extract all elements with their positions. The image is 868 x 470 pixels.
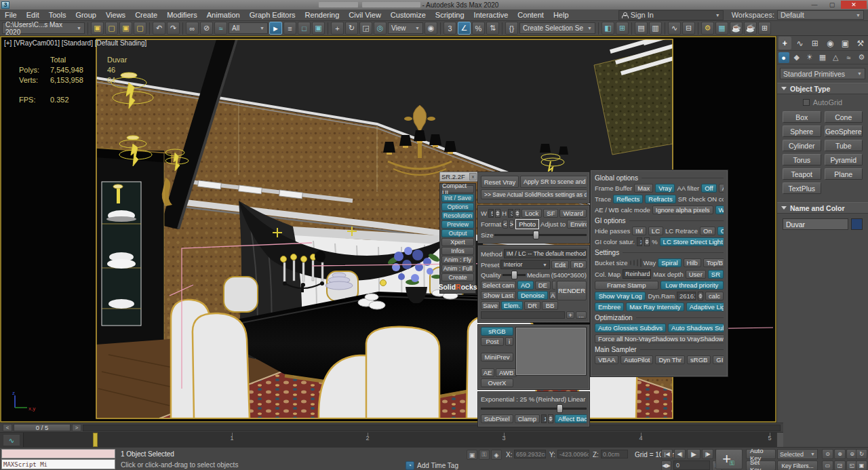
bb-button[interactable]: BB bbox=[542, 301, 558, 310]
select-by-name-icon[interactable]: ≡ bbox=[283, 22, 296, 35]
rd-button[interactable]: RD bbox=[570, 260, 587, 269]
play-button[interactable]: ▶ bbox=[687, 449, 701, 459]
add-time-tag[interactable]: ◔ Add Time Tag bbox=[406, 461, 458, 470]
browse-button[interactable]: ... bbox=[576, 311, 587, 319]
set-key-button[interactable]: Set Key bbox=[746, 461, 776, 470]
time-slider-handle[interactable]: 0 / 5 bbox=[14, 424, 71, 431]
tab-display-icon[interactable]: ▣ bbox=[839, 37, 852, 50]
denoise-button[interactable]: Denoise bbox=[517, 291, 548, 300]
redo-icon[interactable]: ↷ bbox=[167, 22, 180, 35]
maximize-viewport-icon[interactable]: ▣ bbox=[856, 461, 867, 470]
dyn-thr-button[interactable]: Dyn Thr bbox=[655, 355, 685, 364]
adv-button[interactable]: ADV bbox=[549, 291, 555, 300]
gi-satur-spinner[interactable] bbox=[644, 237, 650, 246]
angle-snap-icon[interactable]: ∠ bbox=[458, 22, 471, 35]
depth-sr-button[interactable]: SR bbox=[708, 270, 724, 279]
retrace-on-button[interactable]: On bbox=[700, 227, 715, 235]
format-prev-button[interactable]: < bbox=[502, 220, 508, 229]
x-coordinate-field[interactable]: 659.2932cm bbox=[514, 450, 546, 458]
reference-coordinate-select[interactable]: View ▼ bbox=[388, 22, 423, 34]
quality-slider[interactable] bbox=[502, 271, 526, 279]
output-path-input[interactable] bbox=[481, 311, 565, 319]
low-thread-button[interactable]: Low thread priority bbox=[660, 281, 724, 290]
render-setup-icon[interactable]: ⚙ bbox=[701, 22, 714, 35]
auto-shadows-button[interactable]: Auto Shadows Subdivs bbox=[668, 324, 724, 332]
mini-curve-editor-button[interactable]: ∿ bbox=[3, 434, 20, 446]
apply-sr-button[interactable]: Apply SR to scene and close bbox=[520, 176, 587, 188]
import-scene-icon[interactable]: ▣ bbox=[91, 22, 104, 35]
box-button[interactable]: Box bbox=[783, 111, 821, 123]
menu-tools[interactable]: Tools bbox=[44, 9, 71, 20]
select-and-link-icon[interactable]: ∞ bbox=[186, 22, 199, 35]
autopilot-button[interactable]: AutoPilot bbox=[620, 355, 653, 364]
shapes-icon[interactable]: ◆ bbox=[791, 52, 802, 63]
retrace-off-button[interactable]: Off bbox=[717, 227, 724, 235]
orbit-icon[interactable]: ↻ bbox=[856, 449, 867, 459]
cameras-icon[interactable]: ▦ bbox=[817, 52, 828, 63]
nav-options[interactable]: Options bbox=[441, 203, 474, 211]
menu-animation[interactable]: Animation bbox=[202, 9, 245, 20]
align-icon[interactable]: ⊞ bbox=[616, 22, 629, 35]
workspace-select[interactable]: Default ▼ bbox=[777, 10, 864, 20]
next-frame-button[interactable]: |▶ bbox=[702, 449, 713, 459]
ao-button[interactable]: AO bbox=[517, 281, 534, 290]
sf-button[interactable]: SF bbox=[543, 209, 558, 218]
solidrocks-titlebar[interactable]: SR.2.2F x bbox=[439, 172, 479, 182]
subpixel-button[interactable]: SubPixel bbox=[481, 414, 513, 423]
menu-scripting[interactable]: Scripting bbox=[431, 9, 469, 20]
maxscript-mini-listener[interactable] bbox=[1, 449, 115, 458]
object-name-input[interactable]: Duvar bbox=[783, 218, 848, 230]
spiral-button[interactable]: Spiral bbox=[658, 258, 681, 267]
nav-preview[interactable]: Preview bbox=[441, 220, 474, 229]
miniprev-button[interactable]: MiniPrev bbox=[481, 353, 513, 361]
embree-button[interactable]: Embree bbox=[595, 302, 624, 311]
tube-button[interactable]: Tube bbox=[825, 140, 863, 151]
size-slider-handle[interactable] bbox=[533, 231, 539, 239]
plane-button[interactable]: Plane bbox=[825, 168, 863, 180]
render-iterative-icon[interactable]: ☕ bbox=[744, 22, 757, 35]
select-cam-button[interactable]: Select cam bbox=[481, 281, 516, 290]
force-vrayshadows-button[interactable]: Force all Non-VrayShadows to VrayShadows bbox=[595, 334, 724, 343]
nav-anim-fly[interactable]: Anim : Fly bbox=[441, 256, 474, 264]
menu-edit[interactable]: Edit bbox=[22, 9, 44, 20]
srgb-button[interactable]: sRGB bbox=[481, 327, 513, 336]
named-selection-set-select[interactable]: Create Selection Se ▼ bbox=[519, 22, 595, 34]
menu-group[interactable]: Group bbox=[71, 9, 101, 20]
edit-preset-button[interactable]: Edit bbox=[551, 260, 569, 269]
clamp-spinner[interactable] bbox=[548, 414, 553, 423]
render-production-icon[interactable]: ☕ bbox=[730, 22, 743, 35]
select-and-move-icon[interactable]: + bbox=[331, 22, 344, 35]
select-object-icon[interactable]: ► bbox=[269, 22, 282, 35]
col-map-select[interactable]: Reinhard ▼ bbox=[623, 269, 651, 279]
y-coordinate-field[interactable]: -423.0096cm bbox=[557, 450, 589, 458]
menu-content[interactable]: Content bbox=[513, 9, 549, 20]
zoom-region-icon[interactable]: ◲ bbox=[834, 461, 846, 470]
z-coordinate-field[interactable]: 0.0cm bbox=[601, 450, 628, 458]
depth-user-button[interactable]: User bbox=[686, 270, 706, 279]
gi-satur-input[interactable]: 100 bbox=[637, 237, 642, 246]
pyramid-button[interactable]: Pyramid bbox=[825, 154, 863, 165]
systems-icon[interactable]: ⚙ bbox=[856, 52, 867, 63]
lc-store-button[interactable]: LC Store Direct Light bbox=[660, 237, 724, 246]
edit-named-selection-sets-icon[interactable]: {} bbox=[505, 22, 518, 35]
select-and-rotate-icon[interactable]: ↻ bbox=[345, 22, 358, 35]
auto-glossies-button[interactable]: Auto Glossies Subdivs bbox=[595, 324, 666, 332]
bucket-xlarge-button[interactable] bbox=[640, 258, 642, 267]
nav-output[interactable]: Output bbox=[441, 229, 474, 237]
ipr-button[interactable]: IPR bbox=[552, 281, 555, 290]
menu-graph-editors[interactable]: Graph Editors bbox=[245, 9, 300, 20]
selection-filter-select[interactable]: All ▼ bbox=[229, 22, 268, 34]
spinner-snap-icon[interactable]: ⇅ bbox=[486, 22, 499, 35]
overx-button[interactable]: OverX bbox=[481, 378, 513, 387]
nav-anim-full[interactable]: Anim : Full bbox=[441, 265, 474, 273]
lc-button[interactable]: LC bbox=[648, 227, 663, 235]
rectangular-selection-region-icon[interactable]: □ bbox=[298, 22, 311, 35]
project-folder-select[interactable]: C:\Users\C...s Max 2020 ▼ bbox=[2, 22, 85, 34]
elem-button[interactable]: Elem. bbox=[501, 301, 523, 310]
timeline-ruler[interactable]: 0 1 2 3 4 5 bbox=[23, 433, 783, 447]
geosphere-button[interactable]: GeoSphere bbox=[825, 125, 863, 137]
lights-icon[interactable]: ☀ bbox=[804, 52, 815, 63]
textplus-button[interactable]: TextPlus bbox=[783, 182, 821, 194]
spacewarps-icon[interactable]: ≈ bbox=[843, 52, 854, 63]
selection-set-select[interactable]: Selected ▼ bbox=[777, 449, 818, 459]
